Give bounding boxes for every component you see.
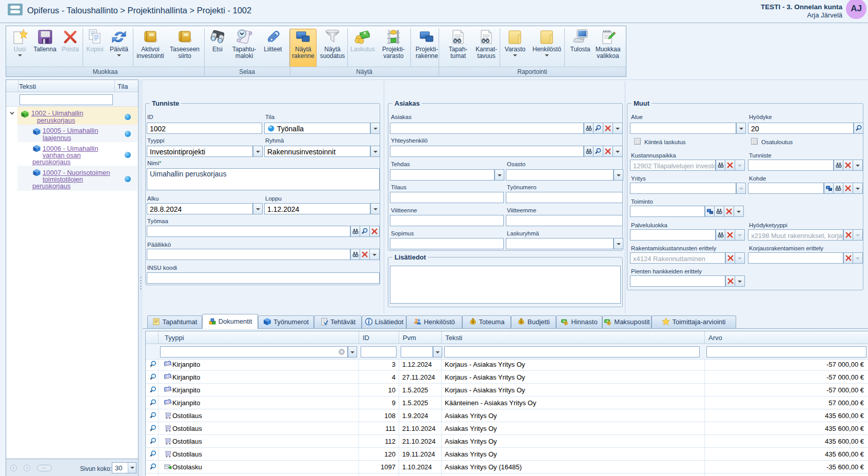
svg-text:$: $ (520, 320, 522, 324)
svg-text:$: $ (472, 320, 474, 324)
